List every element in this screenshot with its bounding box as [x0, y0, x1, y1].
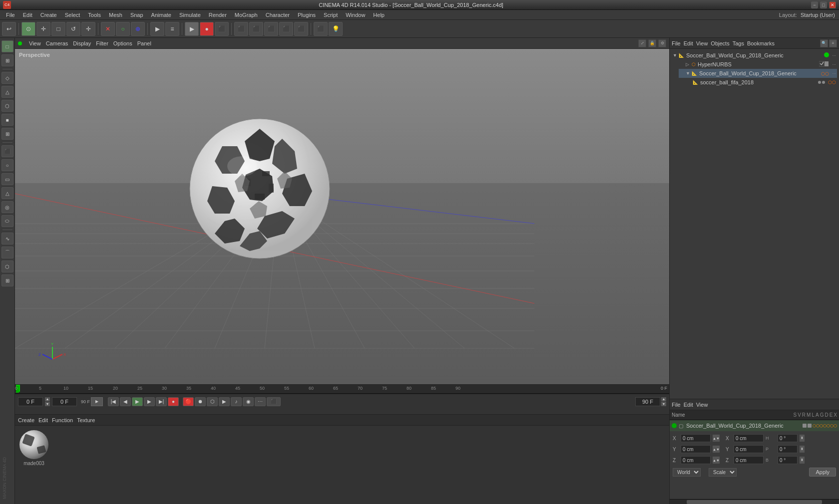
record-key-button[interactable]: ●	[168, 397, 179, 406]
coord-space-select[interactable]: World	[673, 468, 701, 477]
play-mode-button[interactable]: ▶	[219, 397, 230, 406]
add-button[interactable]: ✛	[81, 22, 95, 36]
viewport-maximize-icon[interactable]: ⤢	[638, 39, 646, 47]
auto-key-button-tl[interactable]: 🔴	[183, 397, 194, 406]
x-axis-button[interactable]: ✕	[101, 22, 115, 36]
coord-y-p-input[interactable]	[778, 445, 798, 453]
coord-z-spinner[interactable]: ▲▼	[713, 457, 720, 464]
tree-item-soccer-child[interactable]: ▼ 📐 Soccer_Ball_World_Cup_2018_Generic ⬡…	[679, 69, 837, 78]
obj-menu-tags[interactable]: Tags	[733, 40, 744, 46]
menu-simulate[interactable]: Simulate	[175, 11, 205, 19]
cone-button[interactable]: △	[1, 187, 13, 199]
tree-item-fifa[interactable]: 📐 soccer_ball_fifa_2018 ⬡⬡	[672, 78, 837, 87]
obj-menu-bookmarks[interactable]: Bookmarks	[747, 40, 775, 46]
apply-button[interactable]: Apply	[809, 468, 836, 477]
menu-mograph[interactable]: MoGraph	[231, 11, 262, 19]
menu-help[interactable]: Help	[369, 11, 389, 19]
window-controls[interactable]: − □ ✕	[811, 1, 836, 8]
menu-window[interactable]: Window	[342, 11, 369, 19]
attr-menu-view[interactable]: View	[696, 402, 708, 408]
scrollbar-thumb[interactable]	[687, 500, 822, 504]
motion-record-button[interactable]: ⏺	[195, 397, 206, 406]
edge-button[interactable]: △	[1, 86, 13, 98]
obj-menu-view[interactable]: View	[696, 40, 708, 46]
coord-p-spinner[interactable]: ⬍	[800, 446, 805, 453]
menu-tools[interactable]: Tools	[84, 11, 105, 19]
close-button[interactable]: ✕	[829, 1, 836, 8]
viewport-lock-icon[interactable]: 🔒	[648, 39, 656, 47]
viewport-menu-options[interactable]: Options	[113, 40, 132, 46]
configure-button[interactable]: ⬛	[314, 22, 328, 36]
obj-menu-file[interactable]: File	[672, 40, 681, 46]
cube-button[interactable]: ⬛	[1, 145, 13, 157]
menu-render[interactable]: Render	[205, 11, 231, 19]
coord-x-pos-input[interactable]	[681, 434, 711, 442]
tree-item-hypernurbs[interactable]: ▷ ⬡ HyperNURBS ···	[679, 60, 837, 69]
render-button[interactable]: ▶	[150, 22, 164, 36]
sound-button[interactable]: ♪	[231, 397, 242, 406]
coord-y-pos-input[interactable]	[681, 445, 711, 453]
frame-display-input[interactable]	[52, 397, 77, 406]
timeline-mode-button[interactable]: ⬡	[207, 397, 218, 406]
goto-start-button[interactable]: |◀	[108, 397, 119, 406]
coord-x-rot-input[interactable]	[734, 434, 764, 442]
material-manager-button[interactable]: ⬛	[249, 22, 263, 36]
record-button[interactable]: ●	[200, 22, 214, 36]
menu-character[interactable]: Character	[262, 11, 294, 19]
preview-button[interactable]: ⬛	[267, 397, 281, 406]
tree-toggle-soccer-child[interactable]: ▼	[686, 71, 691, 76]
minimize-button[interactable]: −	[811, 1, 818, 8]
frame-down-button[interactable]: ▼	[45, 402, 50, 406]
menu-mesh[interactable]: Mesh	[105, 11, 126, 19]
obj-menu-objects[interactable]: Objects	[711, 40, 729, 46]
menu-snap[interactable]: Snap	[126, 11, 147, 19]
3d-viewport[interactable]: X Y Z Perspective	[15, 49, 669, 384]
frame-up-button[interactable]: ▲	[45, 397, 50, 402]
mat-menu-function[interactable]: Function	[52, 417, 73, 423]
menu-plugins[interactable]: Plugins	[294, 11, 320, 19]
coord-y-rot-input[interactable]	[734, 445, 764, 453]
material-slot[interactable]: made003	[15, 426, 53, 504]
end-frame-up[interactable]: ▲	[661, 397, 666, 402]
undo-button[interactable]: ↩	[2, 22, 16, 36]
viewport-menu-filter[interactable]: Filter	[96, 40, 108, 46]
viewport-menu-view[interactable]: View	[29, 40, 41, 46]
script-button[interactable]: ⬛	[294, 22, 308, 36]
coord-x-h-input[interactable]	[778, 434, 798, 442]
cylinder-button[interactable]: ▭	[1, 173, 13, 185]
end-frame-play-button[interactable]: ▶	[91, 397, 103, 406]
light-button[interactable]: 💡	[329, 22, 343, 36]
sphere-button[interactable]: ○	[1, 159, 13, 171]
menu-edit[interactable]: Edit	[19, 11, 36, 19]
next-frame-button[interactable]: ▶	[144, 397, 155, 406]
onion-skin-button[interactable]: ◉	[243, 397, 254, 406]
y-axis-button[interactable]: ○	[116, 22, 130, 36]
auto-key-button[interactable]: ⬛	[215, 22, 229, 36]
bend-button[interactable]: ⌒	[1, 247, 13, 258]
mat-menu-texture[interactable]: Texture	[77, 417, 95, 423]
coord-x-spinner[interactable]: ▲▼	[713, 435, 720, 442]
model-mode-button[interactable]: □	[1, 40, 13, 52]
current-frame-input[interactable]	[18, 397, 43, 406]
attr-menu-file[interactable]: File	[672, 402, 681, 408]
z-axis-button[interactable]: ⊕	[131, 22, 145, 36]
uv-edit-button[interactable]: ⊞	[1, 128, 13, 140]
subdivide-button[interactable]: ⊞	[1, 274, 13, 286]
move-button[interactable]: ✛	[36, 22, 50, 36]
right-scrollbar[interactable]	[670, 499, 839, 504]
point-button[interactable]: ■	[1, 114, 13, 126]
extrude-button[interactable]: ⬡	[1, 260, 13, 272]
play-forward-button[interactable]: ▶	[185, 22, 199, 36]
capsule-button[interactable]: ⬭	[1, 215, 13, 227]
mat-menu-create[interactable]: Create	[18, 417, 34, 423]
coord-z-b-input[interactable]	[778, 456, 798, 464]
menu-select[interactable]: Select	[61, 11, 84, 19]
menu-file[interactable]: File	[2, 11, 19, 19]
viewport-settings-icon[interactable]: ⚙	[658, 39, 666, 47]
viewport-menu-panel[interactable]: Panel	[137, 40, 151, 46]
tree-toggle-root[interactable]: ▼	[673, 53, 678, 58]
timeline-ruler[interactable]: 0 5 10 15 20 25 30 35 40 45 50 55 60 65 …	[15, 385, 669, 394]
mat-menu-edit[interactable]: Edit	[38, 417, 48, 423]
timeline-button[interactable]: ⬛	[264, 22, 278, 36]
coord-b-spinner[interactable]: ⬍	[800, 457, 805, 464]
